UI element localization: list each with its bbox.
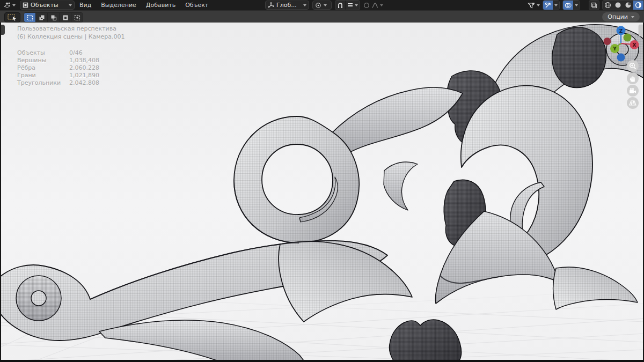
sidebar-toggle-tab[interactable]: [639, 25, 643, 36]
toggle-xray-icon: [591, 2, 597, 9]
select-mode-extend-button[interactable]: [36, 13, 48, 22]
gizmo-settings-dropdown[interactable]: [553, 1, 559, 10]
active-collection-label: (6) Коллекция сцены | Камера.001: [17, 33, 125, 40]
chevron-down-icon: [554, 4, 558, 6]
pivot-point-dropdown[interactable]: [312, 1, 332, 10]
chevron-down-icon: [355, 4, 358, 6]
shading-wireframe-button[interactable]: [603, 1, 613, 10]
solid-shading-icon: [614, 2, 621, 9]
gizmo-toggle-group: [543, 0, 560, 10]
snap-settings-dropdown[interactable]: [346, 1, 360, 10]
camera-icon: [629, 87, 637, 94]
object-visibility-filter-icon: [528, 2, 535, 9]
svg-text:Z: Z: [619, 28, 623, 34]
chevron-down-icon: [69, 4, 72, 6]
select-mode-buttons: [24, 12, 83, 23]
chevron-down-icon: [575, 4, 578, 6]
menu-add[interactable]: Добавить: [141, 0, 180, 10]
material-preview-shading-icon: [625, 2, 632, 9]
navigation-gizmo[interactable]: Z X Y: [603, 26, 641, 63]
view-perspective-label: Пользовательская перспектива: [17, 25, 116, 32]
shading-rendered-button[interactable]: [633, 1, 643, 10]
svg-text:Y: Y: [612, 46, 617, 51]
stat-faces: Грани1,021,890: [17, 72, 99, 79]
hand-pan-icon: [629, 75, 636, 82]
magnet-icon: [337, 2, 343, 9]
stat-triangles: Треугольники2,042,808: [17, 79, 99, 87]
pivot-point-icon: [315, 2, 321, 9]
blender-window: { "app_header": { "editor_icon": "editor…: [0, 0, 644, 362]
snap-increment-icon: [347, 2, 353, 8]
stat-objects: Объекты0/46: [17, 49, 99, 57]
overlays-toggle-group: [562, 0, 580, 10]
orientation-global-icon: [268, 2, 274, 8]
chevron-down-icon: [380, 4, 383, 6]
shading-mode-group: [602, 0, 644, 10]
menu-view[interactable]: Вид: [75, 0, 96, 10]
tool-options-dropdown[interactable]: Опции: [602, 12, 640, 21]
perspective-grid-icon: [629, 100, 636, 106]
shading-material-button[interactable]: [623, 1, 633, 10]
stat-edges: Рёбра2,060,228: [17, 64, 99, 72]
top-header-bar: Объекты Вид Выделение Добавить Объект Гл…: [0, 0, 644, 10]
snapping-group: [335, 0, 360, 10]
pan-button[interactable]: [627, 72, 639, 84]
chevron-down-icon: [537, 4, 540, 6]
active-tool-select-box-button[interactable]: [4, 12, 20, 23]
mode-dropdown-label: Объекты: [31, 2, 67, 9]
select-mode-intersect-button[interactable]: [71, 13, 83, 22]
proportional-editing-icon[interactable]: [363, 2, 370, 9]
select-mode-subtract-button[interactable]: [48, 13, 60, 22]
transform-orientation-label: Глоб...: [276, 2, 301, 9]
tool-options-label: Опции: [608, 13, 628, 20]
mode-dropdown[interactable]: Объекты: [20, 1, 75, 10]
camera-view-button[interactable]: [627, 85, 639, 97]
overlays-settings-dropdown[interactable]: [573, 1, 580, 10]
object-visibility-dropdown[interactable]: [528, 2, 540, 9]
scene-statistics: Объекты0/46 Вершины1,038,408 Рёбра2,060,…: [17, 49, 99, 87]
gizmo-negative-y-ball[interactable]: [624, 34, 632, 42]
editor-3d-viewport-icon: [3, 2, 11, 9]
status-bar: [0, 360, 644, 362]
viewport-gizmos-icon: [545, 2, 551, 9]
show-overlays-toggle[interactable]: [563, 1, 573, 10]
stat-vertices: Вершины1,038,408: [17, 57, 99, 64]
zoom-button[interactable]: [627, 60, 639, 72]
transform-orientation-dropdown[interactable]: Глоб...: [265, 1, 309, 10]
magnifier-zoom-icon: [629, 62, 636, 70]
chevron-down-icon: [303, 4, 306, 6]
wireframe-shading-icon: [604, 2, 611, 9]
select-box-tool-icon: [8, 14, 17, 21]
svg-text:X: X: [633, 42, 636, 48]
falloff-curve-icon[interactable]: [371, 2, 378, 9]
toggle-orthographic-button[interactable]: [627, 97, 639, 109]
xray-toggle[interactable]: [589, 0, 599, 10]
object-mode-icon: [23, 2, 28, 8]
shading-solid-button[interactable]: [613, 1, 623, 10]
chevron-down-icon: [12, 4, 16, 6]
rendered-shading-icon: [635, 2, 642, 9]
menu-object[interactable]: Объект: [180, 0, 213, 10]
toolbar-toggle-tab[interactable]: [1, 25, 5, 35]
gizmo-negative-x-ball[interactable]: [604, 38, 611, 45]
tool-settings-bar: Опции: [0, 10, 644, 23]
menu-select[interactable]: Выделение: [96, 0, 141, 10]
editor-type-button[interactable]: [0, 0, 18, 10]
chevron-down-icon: [324, 4, 327, 6]
overlays-icon: [565, 2, 572, 9]
select-mode-set-button[interactable]: [24, 13, 36, 22]
show-gizmo-toggle[interactable]: [543, 1, 553, 10]
proportional-editing-group: [363, 2, 383, 9]
viewport-3d[interactable]: Пользовательская перспектива (6) Коллекц…: [1, 23, 643, 360]
gizmo-negative-z-ball[interactable]: [617, 54, 625, 62]
chevron-down-icon: [631, 16, 634, 18]
select-mode-invert-button[interactable]: [60, 13, 71, 22]
snap-toggle-button[interactable]: [335, 1, 345, 10]
